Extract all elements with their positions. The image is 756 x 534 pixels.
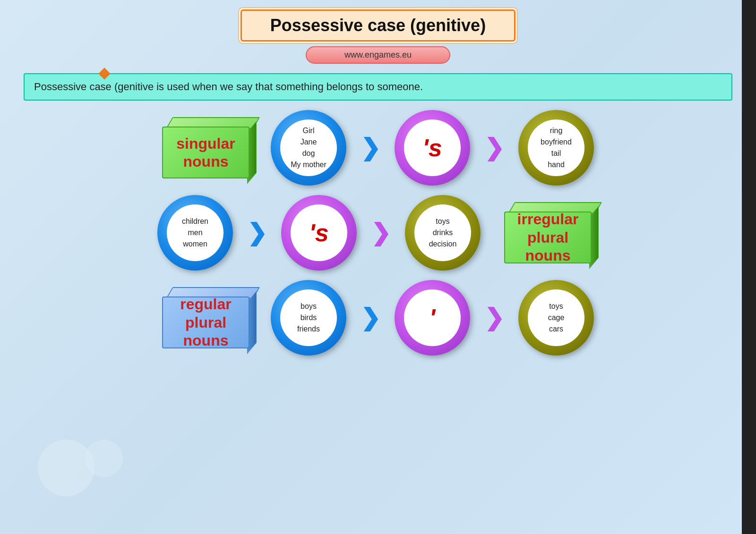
apostrophe-s-inner-2: 's xyxy=(291,204,347,261)
diamond-decoration xyxy=(98,68,110,79)
regular-objects-inner: toyscagecars xyxy=(528,289,584,346)
singular-subjects-inner: GirlJanedogMy mother xyxy=(280,119,337,176)
main-content: singular nouns GirlJanedogMy mother ❯ 's… xyxy=(0,105,756,360)
singular-subjects-circle: GirlJanedogMy mother xyxy=(271,110,346,186)
apostrophe-s-circle-2: 's xyxy=(281,195,357,271)
title-container: Possessive case (genitive) www.engames.e… xyxy=(0,0,756,64)
chevron-3: ❯ xyxy=(247,221,267,245)
singular-subjects-text: GirlJanedogMy mother xyxy=(291,125,326,170)
chevron-6: ❯ xyxy=(484,306,504,330)
irregular-subjects-text: childrenmenwomen xyxy=(182,216,208,250)
irregular-objects-text: toysdrinksdecision xyxy=(429,216,457,250)
info-banner-text: Possessive case (genitive is used when w… xyxy=(34,81,423,93)
irregular-objects-circle: toysdrinksdecision xyxy=(405,195,481,271)
website-url: www.engames.eu xyxy=(344,50,412,59)
irregular-subjects-inner: childrenmenwomen xyxy=(167,204,223,261)
row-regular: regular plural nouns boysbirdsfriends ❯ … xyxy=(14,280,742,356)
title-box: Possessive case (genitive) xyxy=(241,9,515,42)
regular-nouns-box: regular plural nouns xyxy=(162,287,257,348)
regular-nouns-label: regular plural nouns xyxy=(163,295,249,349)
box-front-reg: regular plural nouns xyxy=(162,297,249,348)
chevron-2: ❯ xyxy=(484,136,504,160)
chevron-4: ❯ xyxy=(371,221,391,245)
apostrophe-circle: ' xyxy=(395,280,470,356)
apostrophe-s-circle-1: 's xyxy=(395,110,470,186)
regular-subjects-inner: boysbirdsfriends xyxy=(280,289,337,346)
singular-objects-inner: ringboyfriendtailhand xyxy=(528,119,584,176)
right-border xyxy=(742,0,756,534)
info-banner: Possessive case (genitive is used when w… xyxy=(24,73,732,101)
irregular-nouns-label: irregular plural nouns xyxy=(505,210,591,264)
chevron-1: ❯ xyxy=(361,136,380,160)
singular-objects-circle: ringboyfriendtailhand xyxy=(518,110,594,186)
box-front-irr: irregular plural nouns xyxy=(504,212,592,263)
apostrophe-s-inner-1: 's xyxy=(404,119,461,176)
regular-subjects-text: boysbirdsfriends xyxy=(297,301,320,335)
regular-subjects-circle: boysbirdsfriends xyxy=(271,280,346,356)
subtitle-oval: www.engames.eu xyxy=(306,46,450,64)
singular-nouns-box: singular nouns xyxy=(162,117,257,178)
row-irregular: childrenmenwomen ❯ 's ❯ toysdrinksdecisi… xyxy=(14,195,742,271)
main-title: Possessive case (genitive) xyxy=(270,16,486,35)
singular-nouns-label: singular nouns xyxy=(176,135,235,171)
apostrophe-s-symbol-1: 's xyxy=(422,134,442,162)
irregular-nouns-box: irregular plural nouns xyxy=(504,202,599,263)
regular-objects-circle: toyscagecars xyxy=(518,280,594,356)
box-front: singular nouns xyxy=(162,127,249,178)
irregular-subjects-circle: childrenmenwomen xyxy=(157,195,233,271)
apostrophe-s-symbol-2: 's xyxy=(309,219,328,247)
regular-objects-text: toyscagecars xyxy=(548,301,565,335)
irregular-objects-inner: toysdrinksdecision xyxy=(414,204,471,261)
chevron-5: ❯ xyxy=(361,306,380,330)
singular-objects-text: ringboyfriendtailhand xyxy=(541,125,572,170)
apostrophe-inner: ' xyxy=(404,289,461,346)
row-singular: singular nouns GirlJanedogMy mother ❯ 's… xyxy=(14,110,742,186)
apostrophe-symbol: ' xyxy=(430,304,435,332)
